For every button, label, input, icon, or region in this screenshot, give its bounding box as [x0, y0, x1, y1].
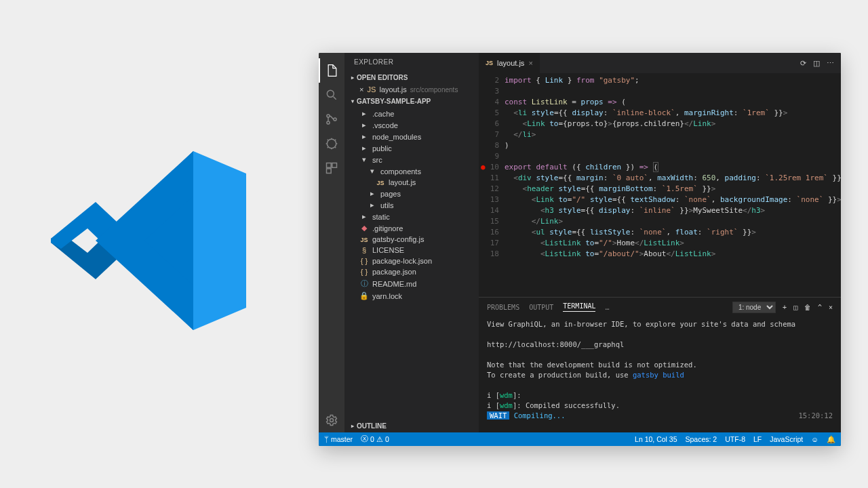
bottom-panel: PROBLEMS OUTPUT TERMINAL … 1: node + ◫ 🗑…	[479, 297, 841, 432]
tree-item-node-modules[interactable]: ▸node_modules	[344, 131, 479, 142]
tree-item-package-lock-json[interactable]: { }package-lock.json	[344, 256, 479, 266]
tree-item-yarn-lock[interactable]: 🔒yarn.lock	[344, 290, 479, 302]
close-icon[interactable]: ×	[359, 85, 363, 94]
svg-rect-6	[327, 163, 332, 168]
svg-point-2	[327, 115, 330, 117]
activity-extensions-icon[interactable]	[319, 156, 344, 180]
split-icon[interactable]: ◫	[813, 59, 820, 68]
tree-item-readme-md[interactable]: ⓘREADME.md	[344, 277, 479, 290]
tab-actions: ⟳ ◫ ⋯	[800, 59, 841, 68]
close-icon[interactable]: ×	[528, 59, 532, 67]
section-open-editors[interactable]: ▸OPEN EDITORS	[344, 71, 479, 84]
js-file-icon: JS	[367, 85, 376, 94]
activity-settings-icon[interactable]	[319, 408, 344, 432]
tree-item-layout-js[interactable]: JSlayout.js	[344, 177, 479, 188]
svg-rect-8	[327, 169, 332, 174]
tree-item-gatsby-config-js[interactable]: JSgatsby-config.js	[344, 234, 479, 245]
tree-item-package-json[interactable]: { }package.json	[344, 266, 479, 277]
editor-window: EXPLORER ▸OPEN EDITORS × JS layout.js sr…	[319, 53, 841, 446]
svg-point-5	[327, 139, 336, 148]
svg-point-4	[334, 118, 336, 121]
tree-item-public[interactable]: ▸public	[344, 142, 479, 154]
split-terminal-icon[interactable]: ◫	[793, 304, 797, 311]
svg-point-3	[327, 121, 330, 124]
tree-item-utils[interactable]: ▸utils	[344, 199, 479, 211]
status-encoding[interactable]: UTF-8	[725, 435, 745, 443]
status-spaces[interactable]: Spaces: 2	[686, 435, 717, 443]
tree-item-static[interactable]: ▸static	[344, 211, 479, 222]
activity-explorer-icon[interactable]	[319, 58, 344, 83]
status-problems[interactable]: ⓧ 0 ⚠ 0	[361, 434, 389, 444]
status-branch[interactable]: ᛘ master	[324, 435, 353, 443]
open-editor-item[interactable]: × JS layout.js src/components	[344, 84, 479, 95]
sidebar: EXPLORER ▸OPEN EDITORS × JS layout.js sr…	[344, 53, 479, 432]
more-icon[interactable]: ⋯	[827, 59, 834, 68]
code-editor[interactable]: 23456789●101112131415161718 import { Lin…	[479, 73, 841, 297]
panel-tab-problems[interactable]: PROBLEMS	[487, 304, 519, 311]
activity-debug-icon[interactable]	[319, 131, 344, 156]
tree-item--vscode[interactable]: ▸.vscode	[344, 119, 479, 131]
terminal-selector[interactable]: 1: node	[732, 302, 776, 313]
tree-item-pages[interactable]: ▸pages	[344, 188, 479, 199]
new-terminal-icon[interactable]: +	[783, 304, 787, 311]
tab-layout-js[interactable]: JS layout.js ×	[479, 53, 540, 73]
svg-rect-7	[332, 163, 337, 168]
status-lang[interactable]: JavaScript	[770, 435, 803, 443]
status-bell-icon[interactable]: 🔔	[827, 435, 835, 444]
panel-tab-terminal[interactable]: TERMINAL	[563, 302, 595, 312]
tree-item--gitignore[interactable]: ◆.gitignore	[344, 222, 479, 234]
panel-tabs: PROBLEMS OUTPUT TERMINAL … 1: node + ◫ 🗑…	[479, 298, 841, 317]
status-feedback-icon[interactable]: ☺	[811, 435, 818, 443]
tree-item--cache[interactable]: ▸.cache	[344, 108, 479, 119]
svg-point-9	[330, 419, 334, 422]
status-cursor[interactable]: Ln 10, Col 35	[635, 435, 677, 443]
svg-point-1	[327, 90, 334, 97]
activity-bar	[319, 53, 344, 432]
tab-label: layout.js	[497, 59, 524, 67]
close-panel-icon[interactable]: ×	[829, 304, 833, 311]
terminal-output[interactable]: View GraphiQL, an in-browser IDE, to exp…	[479, 317, 841, 432]
maximize-panel-icon[interactable]: ^	[818, 304, 822, 311]
js-file-icon: JS	[486, 60, 493, 66]
vscode-logo	[34, 122, 271, 359]
panel-tab-output[interactable]: OUTPUT	[529, 304, 553, 311]
panel-tab-more[interactable]: …	[605, 304, 609, 311]
compare-icon[interactable]: ⟳	[800, 59, 806, 68]
tab-bar: JS layout.js × ⟳ ◫ ⋯	[479, 53, 841, 73]
status-eol[interactable]: LF	[753, 435, 762, 443]
section-outline[interactable]: ▸OUTLINE	[344, 420, 479, 432]
kill-terminal-icon[interactable]: 🗑	[804, 304, 811, 311]
section-project[interactable]: ▾GATSBY-SAMPLE-APP	[344, 95, 479, 108]
activity-search-icon[interactable]	[319, 83, 344, 107]
editor-area: JS layout.js × ⟳ ◫ ⋯ 23456789●1011121314…	[479, 53, 841, 432]
sidebar-title: EXPLORER	[344, 53, 479, 71]
tree-item-license[interactable]: §LICENSE	[344, 245, 479, 256]
tree-item-src[interactable]: ▾src	[344, 154, 479, 165]
tree-item-components[interactable]: ▾components	[344, 165, 479, 177]
activity-scm-icon[interactable]	[319, 107, 344, 131]
status-bar: ᛘ master ⓧ 0 ⚠ 0 Ln 10, Col 35 Spaces: 2…	[319, 432, 841, 446]
